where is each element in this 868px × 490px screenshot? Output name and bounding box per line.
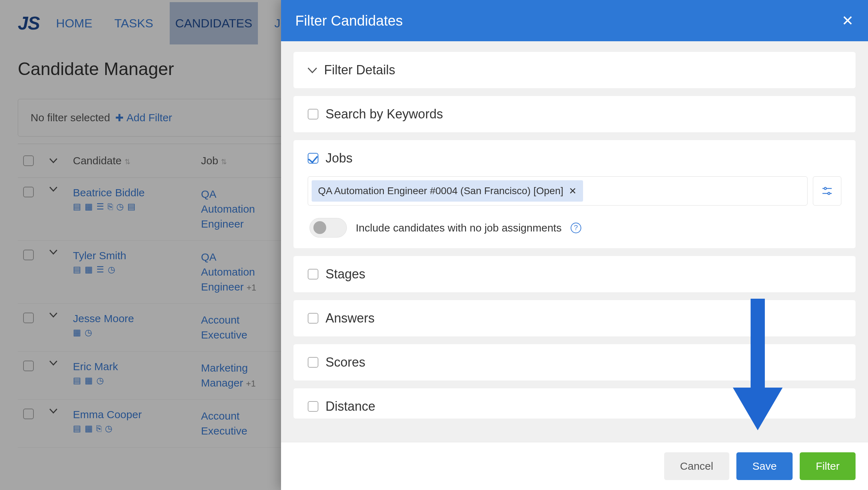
modal-title: Filter Candidates — [295, 13, 403, 29]
save-button[interactable]: Save — [736, 452, 793, 480]
filter-modal: Filter Candidates ✕ Filter Details Searc… — [281, 0, 868, 490]
filter-settings-button[interactable] — [813, 176, 841, 206]
section-label: Stages — [326, 267, 365, 282]
modal-footer: Cancel Save Filter — [281, 442, 868, 490]
jobs-select[interactable]: QA Automation Engineer #0004 (San Franci… — [308, 176, 808, 206]
section-checkbox-checked[interactable] — [308, 153, 318, 164]
section-checkbox[interactable] — [308, 269, 318, 279]
section-checkbox[interactable] — [308, 313, 318, 324]
section-filter-details[interactable]: Filter Details — [293, 52, 856, 88]
chip-remove-icon[interactable]: ✕ — [569, 186, 577, 197]
section-label: Distance — [326, 399, 375, 414]
section-checkbox[interactable] — [308, 401, 318, 412]
section-search-keywords[interactable]: Search by Keywords — [293, 96, 856, 132]
section-checkbox[interactable] — [308, 357, 318, 368]
section-label: Search by Keywords — [326, 107, 443, 122]
section-label: Filter Details — [324, 63, 395, 78]
section-distance[interactable]: Distance — [293, 388, 856, 419]
section-stages[interactable]: Stages — [293, 256, 856, 292]
section-label: Jobs — [326, 151, 353, 166]
modal-header: Filter Candidates ✕ — [281, 0, 868, 41]
section-answers[interactable]: Answers — [293, 300, 856, 336]
chip-label: QA Automation Engineer #0004 (San Franci… — [318, 185, 563, 197]
section-jobs: Jobs QA Automation Engineer #0004 (San F… — [293, 140, 856, 248]
section-scores[interactable]: Scores — [293, 344, 856, 380]
help-icon[interactable]: ? — [571, 223, 581, 233]
job-chip: QA Automation Engineer #0004 (San Franci… — [312, 180, 583, 202]
section-checkbox[interactable] — [308, 109, 318, 119]
chevron-down-icon — [308, 64, 317, 76]
close-icon[interactable]: ✕ — [842, 12, 854, 29]
include-no-job-toggle[interactable] — [309, 218, 347, 238]
cancel-button[interactable]: Cancel — [664, 452, 729, 480]
modal-body: Filter Details Search by Keywords Jobs Q… — [281, 41, 868, 442]
toggle-label: Include candidates with no job assignmen… — [356, 222, 562, 234]
svg-point-1 — [824, 187, 826, 190]
section-label: Answers — [326, 311, 375, 326]
filter-button[interactable]: Filter — [800, 452, 856, 480]
section-label: Scores — [326, 355, 365, 370]
svg-point-3 — [828, 192, 830, 195]
